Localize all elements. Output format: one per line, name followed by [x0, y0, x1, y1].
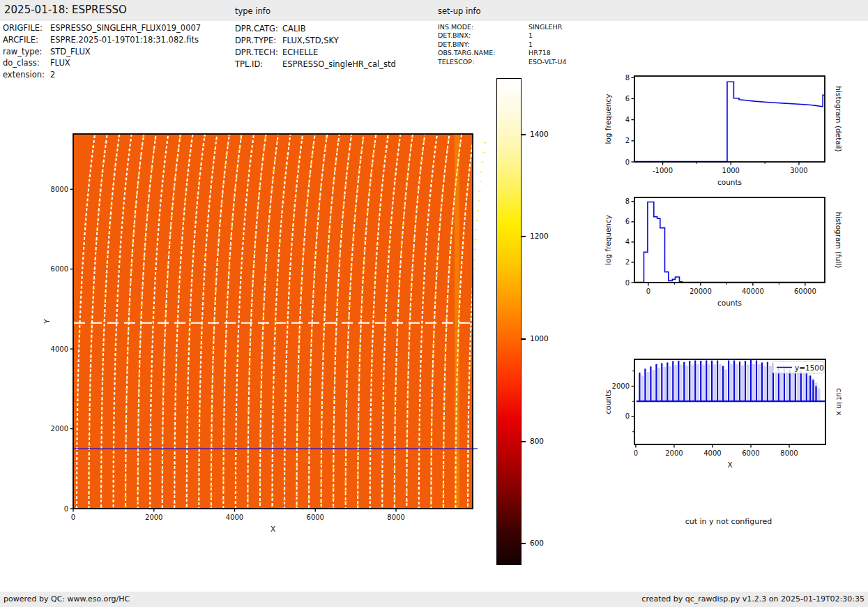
- info-label: ARCFILE:: [3, 34, 50, 46]
- main-image-plot: 0200040006000800002000400060008000XY: [28, 126, 491, 546]
- info-value: STD_FLUX: [50, 46, 91, 58]
- y-tick-label: 2: [625, 137, 630, 144]
- detector-image-background: [73, 134, 473, 509]
- right-side-label: histogram (full): [835, 212, 843, 269]
- x-tick-label: 40000: [742, 287, 764, 295]
- x-tick-label: 1000: [722, 167, 740, 174]
- x-tick-label: 2000: [665, 449, 683, 457]
- header-bar: 2025-01-18: ESPRESSO type info set-up in…: [0, 0, 868, 21]
- x-tick-label: 4000: [703, 449, 721, 457]
- type-info-title: type info: [235, 6, 271, 16]
- x-tick-label: 0: [71, 514, 75, 521]
- y-tick-label: 8000: [51, 186, 68, 193]
- info-value: 2: [50, 69, 55, 81]
- info-label: OBS.TARG.NAME:: [438, 49, 528, 57]
- axis-ticks: -10001000300002468: [625, 74, 808, 174]
- info-value: ESO-VLT-U4: [528, 58, 567, 66]
- colorbar-tick-label: 1000: [530, 334, 549, 343]
- y-tick-label: 8: [625, 74, 630, 82]
- info-value: ESPRE.2025-01-19T01:18:31.082.fits: [50, 34, 199, 46]
- info-value: ESPRESSO_singleHR_cal_std: [282, 59, 396, 70]
- setup-info-title: set-up info: [438, 6, 481, 16]
- info-row: do_class:FLUX: [3, 57, 201, 69]
- y-axis-label: log frequency: [604, 215, 612, 265]
- hist_full-canvas: 020000400006000002468countslog frequency…: [601, 190, 848, 315]
- cut-in-x-plot: 0200040006000800002000Xcountscut in xy=1…: [601, 352, 849, 477]
- info-row: TPL.ID:ESPRESSO_singleHR_cal_std: [235, 59, 396, 70]
- y-tick-label: 4: [625, 116, 630, 123]
- info-value: 1: [528, 40, 533, 49]
- info-value: FLUX,STD,SKY: [282, 35, 339, 47]
- info-row: TELESCOP:ESO-VLT-U4: [438, 58, 567, 66]
- colorbar-gradient: [496, 78, 521, 565]
- x-tick-label: 4000: [226, 514, 243, 521]
- y-tick-label: 8: [625, 197, 630, 205]
- colorbar-tick: [521, 338, 526, 340]
- x-tick-label: 8000: [387, 514, 404, 521]
- info-label: DET.BINX:: [438, 31, 528, 40]
- info-value: CALIB: [282, 23, 306, 35]
- y-tick-label: 2: [625, 258, 630, 266]
- x-tick-label: 8000: [780, 449, 798, 457]
- y-tick-label: 6000: [51, 265, 68, 273]
- info-value: ECHELLE: [282, 47, 318, 59]
- histogram-detail-plot: -10001000300002468countslog frequencyhis…: [601, 69, 848, 194]
- type-info-block: DPR.CATG:CALIB DPR.TYPE:FLUX,STD,SKY DPR…: [235, 23, 396, 70]
- plot-frame: [634, 76, 825, 162]
- hist_detail-canvas: -10001000300002468countslog frequencyhis…: [601, 69, 848, 194]
- y-tick-label: 4: [625, 238, 630, 246]
- setup-info-block: INS.MODE:SINGLEHR DET.BINX:1 DET.BINY:1 …: [438, 23, 567, 66]
- histogram-line: [634, 82, 825, 161]
- info-value: HR718: [528, 49, 551, 57]
- info-row: DPR.TYPE:FLUX,STD,SKY: [235, 35, 396, 47]
- info-row: INS.MODE:SINGLEHR: [438, 23, 567, 31]
- info-row: DET.BINX:1: [438, 31, 567, 40]
- main_image-canvas: 0200040006000800002000400060008000XY: [28, 126, 491, 546]
- colorbar-tick-label: 800: [530, 437, 544, 445]
- info-row: ARCFILE:ESPRE.2025-01-19T01:18:31.082.fi…: [3, 34, 201, 46]
- info-label: DET.BINY:: [438, 40, 528, 49]
- info-value: SINGLEHR: [528, 23, 562, 31]
- info-label: TPL.ID:: [235, 59, 282, 70]
- colorbar-tick-label: 1200: [530, 232, 549, 241]
- x-tick-label: 3000: [790, 167, 807, 174]
- x-tick-label: 0: [634, 449, 638, 457]
- info-label: DPR.CATG:: [235, 23, 282, 35]
- page-title: 2025-01-18: ESPRESSO: [4, 3, 127, 16]
- histogram-line: [634, 202, 825, 283]
- footer-left: powered by QC: www.eso.org/HC: [3, 594, 130, 604]
- right-side-label: histogram (detail): [835, 86, 843, 151]
- info-label: TELESCOP:: [438, 58, 528, 66]
- file-info-block: ORIGFILE:ESPRESSO_SINGLEHR_FLUX019_0007 …: [3, 22, 201, 81]
- y-axis-label: counts: [604, 389, 612, 414]
- x-tick-label: 20000: [690, 287, 712, 295]
- info-row: extension:2: [3, 69, 201, 81]
- footer-bar: powered by QC: www.eso.org/HC created by…: [0, 592, 868, 607]
- info-label: extension:: [3, 69, 50, 81]
- x-tick-label: 6000: [742, 449, 759, 457]
- x-tick-label: 6000: [307, 514, 324, 521]
- y-tick-label: 2000: [51, 425, 68, 433]
- right-side-label: cut in x: [835, 388, 844, 415]
- x-tick-label: 2000: [145, 514, 162, 521]
- info-row: DET.BINY:1: [438, 40, 567, 49]
- cut_x-canvas: 0200040006000800002000Xcountscut in xy=1…: [601, 352, 849, 477]
- info-label: raw_type:: [3, 46, 50, 58]
- x-axis-label: counts: [717, 299, 742, 307]
- x-tick-label: 60000: [794, 287, 816, 295]
- info-value: 1: [528, 31, 533, 40]
- colorbar-tick: [521, 236, 526, 237]
- colorbar-tick-label: 600: [530, 539, 544, 548]
- info-value: FLUX: [50, 57, 70, 69]
- y-tick-label: 2000: [612, 382, 630, 390]
- colorbar-tick: [521, 134, 526, 135]
- y-axis-label: log frequency: [604, 93, 612, 144]
- y-tick-label: 0: [625, 158, 630, 166]
- info-label: ORIGFILE:: [3, 22, 50, 34]
- info-row: DPR.CATG:CALIB: [235, 23, 396, 35]
- colorbar-tick: [521, 441, 526, 442]
- y-tick-label: 0: [625, 412, 630, 420]
- x-tick-label: -1000: [653, 167, 673, 174]
- y-tick-label: 0: [64, 505, 68, 513]
- cut-in-y-note: cut in y not configured: [648, 517, 809, 526]
